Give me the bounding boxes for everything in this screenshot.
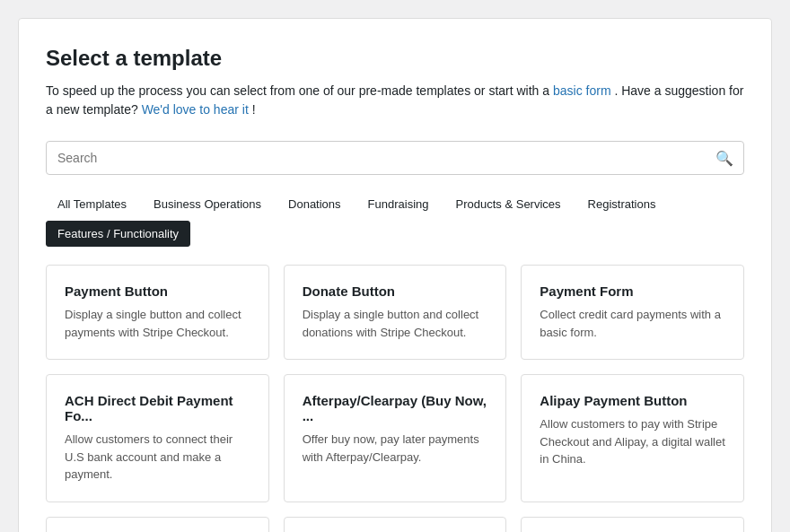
card-title-0: Payment Button [65, 283, 250, 299]
card-title-5: Alipay Payment Button [540, 393, 725, 408]
template-card-1[interactable]: Donate ButtonDisplay a single button and… [284, 265, 507, 360]
tab-features[interactable]: Features / Functionality [46, 221, 190, 247]
card-desc-0: Display a single button and collect paym… [65, 306, 250, 341]
page-title: Select a template [46, 46, 744, 71]
template-card-2[interactable]: Payment FormCollect credit card payments… [521, 265, 744, 360]
main-container: Select a template To speed up the proces… [18, 18, 772, 532]
template-card-7[interactable]: Apple Pay / Google Pay Paym...Offer 1-cl… [284, 517, 507, 533]
card-title-2: Payment Form [540, 283, 725, 299]
card-desc-5: Allow customers to pay with Stripe Check… [540, 415, 725, 468]
cards-grid: Payment ButtonDisplay a single button an… [46, 265, 744, 532]
tabs-nav: All TemplatesBusiness OperationsDonation… [46, 191, 744, 247]
basic-form-link[interactable]: basic form [553, 83, 611, 98]
search-input[interactable] [46, 141, 744, 175]
template-card-4[interactable]: Afterpay/Clearpay (Buy Now, ...Offer buy… [284, 374, 507, 502]
card-title-4: Afterpay/Clearpay (Buy Now, ... [303, 393, 488, 423]
desc-after: ! [252, 102, 256, 117]
tab-products[interactable]: Products & Services [444, 191, 573, 217]
template-card-0[interactable]: Payment ButtonDisplay a single button an… [46, 265, 269, 360]
search-wrapper: 🔍 [46, 141, 744, 175]
template-card-3[interactable]: ACH Direct Debit Payment Fo...Allow cust… [46, 374, 269, 502]
search-icon: 🔍 [715, 150, 733, 167]
tab-registrations[interactable]: Registrations [576, 191, 668, 217]
template-card-6[interactable]: Alipay Payment FormAllow customers to pa… [46, 517, 269, 533]
card-desc-4: Offer buy now, pay later payments with A… [303, 431, 488, 466]
template-card-5[interactable]: Alipay Payment ButtonAllow customers to … [521, 374, 744, 502]
suggestion-link[interactable]: We'd love to hear it [142, 102, 249, 117]
desc-before: To speed up the process you can select f… [46, 83, 553, 98]
card-title-3: ACH Direct Debit Payment Fo... [65, 393, 250, 423]
card-desc-3: Allow customers to connect their U.S ban… [65, 431, 250, 484]
card-title-1: Donate Button [303, 283, 488, 299]
card-desc-1: Display a single button and collect dona… [303, 306, 488, 341]
page-description: To speed up the process you can select f… [46, 82, 744, 119]
tab-donations[interactable]: Donations [276, 191, 353, 217]
tab-all[interactable]: All Templates [46, 191, 138, 217]
template-card-8[interactable]: Bacs Direct Debit FormCollect payments t… [521, 517, 744, 533]
tab-fundraising[interactable]: Fundraising [356, 191, 441, 217]
tab-business[interactable]: Business Operations [142, 191, 273, 217]
card-desc-2: Collect credit card payments with a basi… [540, 306, 725, 341]
